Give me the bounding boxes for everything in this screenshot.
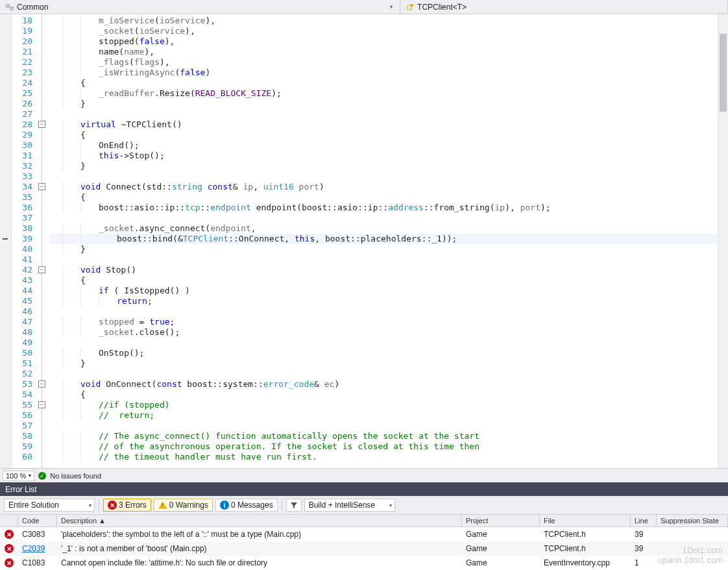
member-label: TCPClient<T> [417, 3, 467, 12]
code-line[interactable]: void Stop() [49, 265, 718, 275]
fold-toggle[interactable]: − [38, 266, 45, 273]
code-line[interactable] [49, 421, 718, 431]
error-icon: ✕ [5, 558, 14, 567]
error-grid: Code Description ▲ Project File Line Sup… [0, 515, 728, 570]
code-line[interactable]: _socket.async_connect(endpoint, [49, 223, 718, 234]
messages-filter-button[interactable]: i 0 Messages [215, 499, 278, 512]
code-line[interactable]: // The async_connect() function automati… [49, 431, 718, 441]
code-line[interactable]: } [49, 161, 718, 171]
issues-label: No issues found [50, 472, 101, 480]
zoom-control[interactable]: 100 % ▾ [3, 471, 34, 481]
code-line[interactable]: _flags(flags), [49, 57, 718, 68]
code-line[interactable]: // return; [49, 410, 718, 421]
editor-status-bar: 100 % ▾ ✓ No issues found [0, 468, 728, 482]
error-list-panel: Error List Entire Solution ✕ 3 Errors 0 … [0, 482, 728, 570]
svg-point-2 [411, 4, 413, 6]
code-line[interactable]: name(name), [49, 47, 718, 57]
code-line[interactable]: OnEnd(); [49, 140, 718, 151]
warnings-filter-button[interactable]: 0 Warnings [154, 499, 213, 512]
fold-toggle[interactable]: − [38, 380, 45, 388]
class-icon [406, 3, 415, 12]
scope-dropdown[interactable]: Common ▾ [0, 0, 400, 14]
fold-toggle[interactable]: − [38, 401, 45, 408]
code-line[interactable]: _socket(ioService), [49, 26, 718, 36]
code-line[interactable] [49, 369, 718, 379]
member-dropdown[interactable]: TCPClient<T> [400, 0, 728, 14]
code-line[interactable]: { [49, 390, 718, 400]
dropdown-icon: ▾ [29, 473, 31, 478]
error-code-link[interactable]: C2039 [22, 544, 45, 553]
panel-title: Error List [0, 483, 728, 496]
outline-gutter: −−−−− [38, 14, 49, 468]
fold-toggle[interactable]: − [38, 121, 45, 128]
scope-label: Common [17, 3, 49, 12]
code-line[interactable] [49, 306, 718, 317]
code-line[interactable]: return; [49, 296, 718, 306]
code-line[interactable]: // the timeout handler must have run fir… [49, 452, 718, 462]
code-line[interactable]: { [49, 130, 718, 140]
code-line[interactable] [49, 109, 718, 119]
dropdown-icon: ▾ [388, 4, 394, 10]
code-line[interactable] [49, 338, 718, 348]
code-line[interactable]: OnStop(); [49, 348, 718, 358]
code-line[interactable]: this->Stop(); [49, 151, 718, 161]
code-line[interactable] [49, 254, 718, 265]
vertical-scrollbar[interactable] [718, 14, 728, 468]
check-icon: ✓ [38, 472, 46, 480]
code-line[interactable]: { [49, 192, 718, 203]
code-line[interactable]: _readBuffer.Resize(READ_BLOCK_SIZE); [49, 88, 718, 99]
code-line[interactable]: _isWritingAsync(false) [49, 68, 718, 78]
error-icon: ✕ [108, 501, 117, 510]
grid-header[interactable]: Code Description ▲ Project File Line Sup… [0, 515, 728, 527]
breakpoint-marker[interactable] [3, 238, 8, 240]
code-line[interactable]: m_ioService(ioService), [49, 16, 718, 26]
code-line[interactable]: } [49, 358, 718, 369]
code-line[interactable] [49, 213, 718, 223]
filter-button[interactable] [286, 499, 302, 512]
code-line[interactable]: { [49, 78, 718, 88]
code-line[interactable]: } [49, 99, 718, 109]
fold-toggle[interactable]: − [38, 183, 45, 190]
code-line[interactable]: _socket.close(); [49, 327, 718, 338]
code-line[interactable]: if ( IsStopped() ) [49, 286, 718, 296]
code-line[interactable]: void Connect(std::string const& ip, uint… [49, 182, 718, 192]
code-line[interactable]: void OnConnect(const boost::system::erro… [49, 379, 718, 390]
panel-toolbar: Entire Solution ✕ 3 Errors 0 Warnings i … [0, 496, 728, 515]
line-numbers: 1819202122232425262728293031323334353637… [12, 14, 38, 468]
error-row[interactable]: ✕C2039'_1' : is not a member of 'boost' … [0, 541, 728, 556]
code-line[interactable] [49, 171, 718, 182]
source-select[interactable]: Build + IntelliSense [304, 499, 395, 512]
svg-rect-1 [10, 7, 13, 10]
code-line[interactable]: //if (stopped) [49, 400, 718, 410]
error-icon: ✕ [5, 530, 14, 539]
error-row[interactable]: ✕C3083'placeholders': the symbol to the … [0, 527, 728, 541]
code-editor[interactable]: 1819202122232425262728293031323334353637… [0, 14, 728, 468]
code-line[interactable]: stopped = true; [49, 317, 718, 327]
error-icon: ✕ [5, 544, 14, 553]
code-line[interactable]: boost::bind(&TCPClient::OnConnect, this,… [49, 234, 718, 244]
namespace-icon [5, 3, 14, 12]
svg-rect-0 [6, 5, 9, 7]
margin-gutter [0, 14, 12, 468]
zoom-value: 100 % [6, 472, 26, 480]
filter-icon [289, 501, 298, 510]
code-line[interactable]: stopped(false), [49, 36, 718, 47]
code-line[interactable]: { [49, 275, 718, 286]
code-line[interactable]: } [49, 244, 718, 254]
error-row[interactable]: ✕C1083Cannot open include file: 'atltime… [0, 556, 728, 570]
scope-select[interactable]: Entire Solution [4, 499, 95, 512]
errors-filter-button[interactable]: ✕ 3 Errors [103, 499, 151, 512]
warning-icon [158, 501, 167, 509]
code-line[interactable]: boost::asio::ip::tcp::endpoint endpoint(… [49, 203, 718, 213]
code-text[interactable]: m_ioService(ioService),_socket(ioService… [49, 14, 718, 468]
code-line[interactable]: // of the asynchronous operation. If the… [49, 441, 718, 452]
code-line[interactable]: virtual ~TCPClient() [49, 119, 718, 130]
info-icon: i [220, 501, 229, 510]
navigation-bar: Common ▾ TCPClient<T> [0, 0, 728, 14]
